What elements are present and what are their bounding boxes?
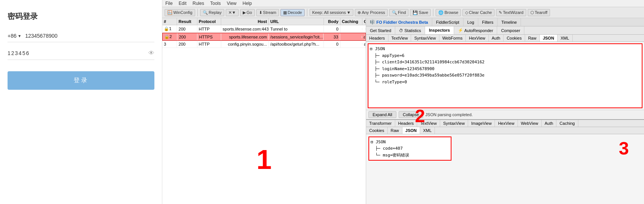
number-3-label: 3 bbox=[619, 138, 629, 159]
request-inspector-tabs: Headers TextView SyntaxView WebForms Hex… bbox=[366, 35, 644, 42]
menu-file[interactable]: File bbox=[165, 1, 173, 6]
decode-button[interactable]: ▦ Decode bbox=[280, 9, 305, 16]
req-tab-xml[interactable]: XML bbox=[558, 35, 573, 41]
resp-tab-auth[interactable]: Auth bbox=[542, 120, 557, 127]
menu-tools[interactable]: Tools bbox=[210, 1, 221, 6]
tab-log[interactable]: Log bbox=[464, 18, 478, 26]
row-url: Tunnel to bbox=[269, 26, 324, 32]
resp-tab-xml[interactable]: XML bbox=[420, 127, 435, 134]
tab-statistics[interactable]: ⏱ Statistics bbox=[395, 26, 425, 34]
tab-autoresponder[interactable]: ⚡ AutoResponder bbox=[454, 26, 497, 34]
header-num: # bbox=[162, 18, 177, 25]
save-icon: 💾 bbox=[413, 10, 418, 15]
resp-tab-caching[interactable]: Caching bbox=[556, 120, 578, 127]
req-tab-auth[interactable]: Auth bbox=[489, 35, 504, 41]
separator2 bbox=[307, 9, 307, 16]
json-value: 0 bbox=[404, 80, 407, 84]
number-1-label: 1 bbox=[256, 144, 271, 175]
resp-tab-raw[interactable]: Raw bbox=[388, 127, 402, 134]
row-caching bbox=[340, 36, 362, 38]
row-caching bbox=[340, 28, 362, 30]
find-button[interactable]: 🔍 Find bbox=[389, 9, 408, 16]
resp-tab-json[interactable]: JSON bbox=[402, 127, 420, 134]
tree-icon: ├─ bbox=[374, 73, 379, 78]
req-tab-webforms[interactable]: WebForms bbox=[439, 35, 466, 41]
replay-button[interactable]: 🔍 Replay bbox=[200, 9, 224, 16]
windows-icon: 🪟 bbox=[167, 10, 173, 15]
password-input[interactable] bbox=[8, 50, 148, 56]
req-tab-raw[interactable]: Raw bbox=[525, 35, 540, 41]
tab-inspectors[interactable]: Inspectors bbox=[425, 26, 454, 34]
req-tab-json[interactable]: JSON bbox=[540, 35, 558, 41]
row-num: 🔒2 bbox=[163, 33, 177, 40]
row-num: 3 bbox=[162, 41, 177, 48]
table-row[interactable]: 🔒2 200 HTTPS sports.lifesense.com /sessi… bbox=[162, 33, 366, 41]
tab-timeline[interactable]: Timeline bbox=[498, 18, 521, 26]
text-wizard-button[interactable]: ✎ TextWizard bbox=[496, 9, 526, 16]
tearoff-button[interactable]: ⬡ Tearoff bbox=[528, 9, 550, 16]
collapse-icon[interactable]: ⊟ bbox=[370, 46, 373, 51]
tab-filters[interactable]: Filters bbox=[478, 18, 498, 26]
keep-button[interactable]: Keep: All sessions ▼ bbox=[310, 9, 353, 16]
collapse-button[interactable]: Collapse bbox=[399, 111, 423, 118]
replay-options-button[interactable]: ✕▼ bbox=[226, 9, 239, 16]
json-status: JSON parsing completed. bbox=[425, 112, 473, 117]
req-tab-textview[interactable]: TextView bbox=[388, 35, 411, 41]
menu-rules[interactable]: Rules bbox=[193, 1, 204, 6]
tab-fiddler-orchestra[interactable]: 🎼 FO Fiddler Orchestra Beta bbox=[366, 18, 432, 26]
tab-get-started[interactable]: Get Started bbox=[366, 26, 395, 34]
find-icon: 🔍 bbox=[392, 10, 397, 15]
row-host: sports.lifesense.com bbox=[221, 34, 269, 40]
replay-icon: 🔍 bbox=[203, 10, 208, 15]
collapse-icon[interactable]: ⊟ bbox=[371, 140, 373, 144]
tearoff-icon: ⬡ bbox=[530, 10, 534, 15]
json-value: 12345678900 bbox=[407, 66, 434, 71]
stream-button[interactable]: ⬇ Stream bbox=[256, 9, 279, 16]
json-root-label: JSON bbox=[376, 140, 386, 144]
req-tab-hexview[interactable]: HexView bbox=[466, 35, 488, 41]
any-process-button[interactable]: ⊕ Any Process bbox=[355, 9, 388, 16]
browse-button[interactable]: 🌐 Browse bbox=[436, 9, 461, 16]
expand-all-button[interactable]: Expand All bbox=[368, 111, 396, 118]
json-value: 密码错误 bbox=[393, 153, 409, 158]
table-row[interactable]: 3 200 HTTP config.pinyin.sogou... /api/t… bbox=[162, 41, 366, 48]
phone-input[interactable] bbox=[25, 33, 154, 39]
json-field: ├─ appType=6 bbox=[374, 52, 640, 59]
lightning-icon: ⚡ bbox=[458, 28, 463, 33]
sessions-body: 🔒1 200 HTTP sports.lifesense.com:443 Tun… bbox=[162, 25, 366, 115]
save-button[interactable]: 💾 Save bbox=[410, 9, 431, 16]
resp-tab-syntaxview[interactable]: SyntaxView bbox=[440, 120, 468, 127]
resp-tab-transformer[interactable]: Transformer bbox=[366, 120, 395, 127]
go-button[interactable]: ▶ Go bbox=[240, 9, 255, 16]
eye-icon[interactable]: 👁 bbox=[148, 50, 154, 57]
tree-icon: ├─ bbox=[374, 66, 379, 71]
tab-fiddler-script[interactable]: FiddlerScript bbox=[432, 18, 464, 26]
req-tab-headers[interactable]: Headers bbox=[366, 35, 388, 41]
response-json-view: ⊟ JSON ├─ code=407 └─ msg=密码错误 bbox=[368, 137, 451, 161]
row-protocol: HTTPS bbox=[197, 34, 221, 40]
req-tab-cookies[interactable]: Cookies bbox=[504, 35, 525, 41]
menu-view[interactable]: View bbox=[227, 1, 237, 6]
resp-tab-cookies[interactable]: Cookies bbox=[366, 127, 388, 134]
menu-help[interactable]: Help bbox=[243, 1, 252, 6]
resp-tab-textview[interactable]: TextView bbox=[417, 120, 440, 127]
browse-icon: 🌐 bbox=[438, 10, 444, 15]
stats-icon: ⏱ bbox=[399, 28, 403, 33]
clear-cache-button[interactable]: ◇ Clear Cache bbox=[462, 9, 495, 16]
json-field: └─ msg=密码错误 bbox=[375, 152, 449, 159]
resp-tab-hexview[interactable]: HexView bbox=[495, 120, 518, 127]
resp-tab-headers[interactable]: Headers bbox=[395, 120, 418, 127]
menu-edit[interactable]: Edit bbox=[179, 1, 186, 6]
tab-composer[interactable]: Composer bbox=[497, 26, 524, 34]
login-button[interactable]: 登录 bbox=[8, 71, 154, 90]
req-tab-syntaxview[interactable]: SyntaxView bbox=[411, 35, 439, 41]
tree-icon: └─ bbox=[375, 153, 380, 158]
winconfig-button[interactable]: 🪟 WinConfig bbox=[165, 9, 195, 16]
json-field: ├─ password=e10adc3949ba59abbe56e057f20f… bbox=[374, 72, 640, 79]
table-row[interactable]: 🔒1 200 HTTP sports.lifesense.com:443 Tun… bbox=[162, 25, 366, 33]
resp-tab-webview[interactable]: WebView bbox=[518, 120, 542, 127]
resp-tab-imageview[interactable]: ImageView bbox=[468, 120, 495, 127]
country-code-selector[interactable]: +86 ▼ bbox=[8, 33, 22, 39]
menu-bar: File Edit Rules Tools View Help bbox=[162, 0, 644, 7]
secondary-tab-bar: Get Started ⏱ Statistics Inspectors ⚡ Au… bbox=[366, 26, 644, 35]
